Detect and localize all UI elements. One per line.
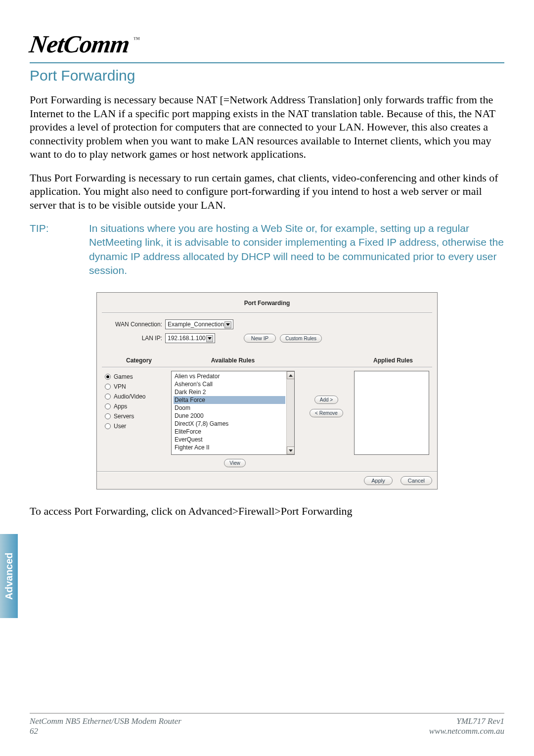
port-forwarding-panel: Port Forwarding WAN Connection: Example_… [96, 292, 438, 489]
scroll-down-button[interactable] [287, 446, 295, 454]
list-item[interactable]: EliteForce [174, 428, 285, 436]
wan-connection-row: WAN Connection: Example_Connection [102, 319, 432, 329]
intro-paragraph-2: Thus Port Forwarding is necessary to run… [30, 171, 504, 212]
brand-logo: NetComm [28, 30, 131, 58]
category-label: User [114, 423, 126, 430]
lan-ip-label: LAN IP: [102, 335, 165, 342]
section-title: Port Forwarding [30, 67, 504, 84]
category-label: Audio/Video [114, 393, 146, 400]
category-option-apps[interactable]: Apps [105, 401, 171, 411]
header-category: Category [102, 357, 171, 364]
list-item[interactable]: Alien vs Predator [174, 372, 285, 380]
footer-url: www.netcomm.com.au [429, 726, 504, 736]
trademark-symbol: ™ [133, 36, 140, 43]
chevron-up-icon [289, 374, 293, 377]
panel-footer: Apply Cancel [97, 471, 437, 489]
category-list: Games VPN Audio/Video [102, 371, 171, 431]
category-label: Servers [114, 413, 134, 420]
wan-connection-label: WAN Connection: [102, 321, 165, 328]
list-item[interactable]: Dark Rein 2 [174, 388, 285, 396]
radio-icon [105, 374, 111, 380]
lan-ip-select[interactable]: 192.168.1.100 [165, 333, 215, 343]
list-item[interactable]: Delta Force [174, 396, 285, 404]
list-item[interactable]: DirectX (7,8) Games [174, 420, 285, 428]
list-item[interactable]: Dune 2000 [174, 412, 285, 420]
rules-header-row: Category Available Rules Applied Rules [102, 357, 432, 368]
chevron-down-icon [226, 323, 230, 326]
lan-ip-row: LAN IP: 192.168.1.100 New IP Custom Rule… [102, 333, 432, 343]
header-applied-rules: Applied Rules [354, 357, 432, 364]
view-button[interactable]: View [224, 459, 246, 467]
header-available-rules: Available Rules [171, 357, 295, 364]
scroll-up-button[interactable] [287, 371, 295, 379]
applied-rules-listbox[interactable] [354, 371, 429, 455]
category-option-vpn[interactable]: VPN [105, 382, 171, 392]
footer-doc-rev: YML717 Rev1 [429, 716, 504, 726]
chevron-down-icon [289, 449, 293, 452]
radio-icon [105, 384, 111, 390]
panel-title: Port Forwarding [102, 300, 432, 312]
radio-icon [105, 394, 111, 400]
cancel-button[interactable]: Cancel [400, 476, 432, 485]
category-option-servers[interactable]: Servers [105, 411, 171, 421]
new-ip-button[interactable]: New IP [244, 334, 276, 343]
access-path-text: To access Port Forwarding, click on Adva… [30, 504, 504, 518]
list-item[interactable]: Doom [174, 404, 285, 412]
category-option-games[interactable]: Games [105, 372, 171, 382]
brand-logo-text: NetComm [28, 30, 131, 58]
category-label: Games [114, 373, 133, 380]
list-item[interactable]: Asheron's Call [174, 380, 285, 388]
lan-ip-value: 192.168.1.100 [168, 335, 206, 342]
section-side-tab: Advanced [0, 534, 18, 618]
list-item[interactable]: EverQuest [174, 436, 285, 444]
page-footer: NetComm NB5 Ethernet/USB Modem Router 62… [30, 713, 504, 736]
move-buttons: Add > < Remove [295, 371, 354, 417]
add-rule-button[interactable]: Add > [314, 396, 338, 404]
apply-button[interactable]: Apply [364, 476, 393, 485]
tip-label: TIP: [30, 222, 59, 235]
list-item[interactable]: Fighter Ace II [174, 444, 285, 451]
remove-rule-button[interactable]: < Remove [310, 409, 343, 417]
radio-icon [105, 423, 111, 429]
footer-page-number: 62 [30, 726, 181, 736]
custom-rules-button[interactable]: Custom Rules [280, 334, 322, 343]
available-rules-listbox[interactable]: Alien vs Predator Asheron's Call Dark Re… [171, 371, 295, 455]
intro-paragraph-1: Port Forwarding is necessary because NAT… [30, 93, 504, 161]
tip-block: TIP: In situations where you are hosting… [30, 222, 504, 277]
category-label: Apps [114, 403, 127, 410]
category-option-audio-video[interactable]: Audio/Video [105, 392, 171, 401]
radio-icon [105, 403, 111, 409]
category-label: VPN [114, 383, 126, 390]
scrollbar[interactable] [286, 371, 294, 454]
page-header: NetComm ™ [30, 30, 504, 63]
chevron-down-icon [208, 337, 212, 340]
wan-connection-value: Example_Connection [168, 321, 224, 328]
category-option-user[interactable]: User [105, 421, 171, 431]
wan-connection-select[interactable]: Example_Connection [165, 319, 233, 329]
divider [102, 312, 432, 313]
tip-body: In situations where you are hosting a We… [89, 222, 504, 277]
footer-product-name: NetComm NB5 Ethernet/USB Modem Router [30, 716, 181, 726]
radio-icon [105, 413, 111, 419]
